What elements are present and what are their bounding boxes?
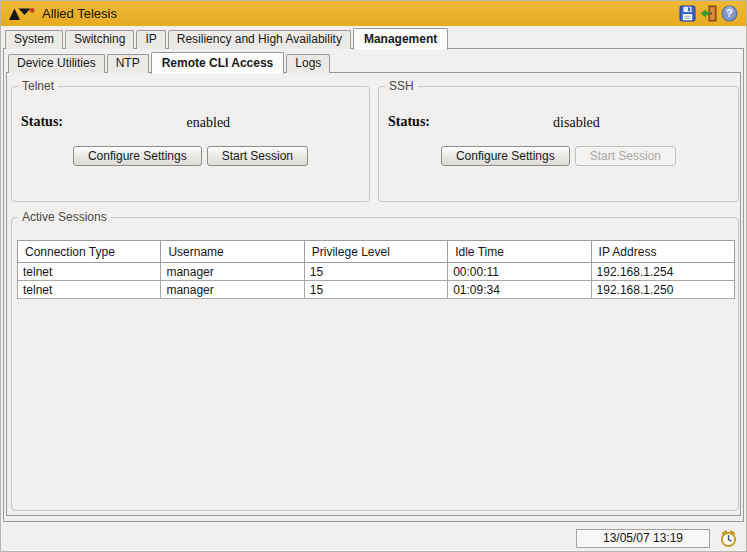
ssh-legend: SSH (385, 79, 418, 93)
main-tab-bar: System Switching IP Resiliency and High … (5, 27, 450, 49)
tab-resiliency-high-availability[interactable]: Resiliency and High Availability (168, 30, 351, 49)
ssh-group: SSH Status: disabled Configure Settings … (378, 79, 739, 202)
cell-username: manager (161, 281, 304, 299)
telnet-configure-settings-button[interactable]: Configure Settings (73, 146, 202, 166)
active-sessions-table: Connection Type Username Privilege Level… (17, 240, 735, 299)
title-bar: Allied Telesis (1, 1, 746, 26)
status-bar: 13/05/07 13:19 (1, 526, 746, 551)
col-idle-time: Idle Time (448, 241, 591, 263)
allied-telesis-logo-icon (9, 7, 35, 21)
col-ip-address: IP Address (591, 241, 734, 263)
tab-ip[interactable]: IP (136, 30, 165, 49)
cell-ip-address: 192.168.1.254 (591, 263, 734, 281)
help-icon[interactable]: ? (721, 5, 738, 22)
col-connection-type: Connection Type (18, 241, 161, 263)
cell-connection-type: telnet (18, 263, 161, 281)
tab-system[interactable]: System (5, 30, 63, 49)
tab-logs[interactable]: Logs (286, 54, 330, 73)
cell-idle-time: 00:00:11 (448, 263, 591, 281)
col-username: Username (161, 241, 304, 263)
telnet-legend: Telnet (18, 79, 58, 93)
telnet-group: Telnet Status: enabled Configure Setting… (11, 79, 370, 202)
table-header-row: Connection Type Username Privilege Level… (18, 241, 735, 263)
application-window: Allied Telesis (0, 0, 747, 552)
active-sessions-legend: Active Sessions (18, 210, 111, 224)
active-sessions-group: Active Sessions Connection Type Username… (11, 210, 739, 511)
logout-icon[interactable] (700, 5, 717, 22)
management-panel: Device Utilities NTP Remote CLI Access L… (3, 48, 744, 522)
datetime-display: 13/05/07 13:19 (576, 529, 710, 548)
cell-idle-time: 01:09:34 (448, 281, 591, 299)
cell-connection-type: telnet (18, 281, 161, 299)
cell-ip-address: 192.168.1.250 (591, 281, 734, 299)
ssh-configure-settings-button[interactable]: Configure Settings (441, 146, 570, 166)
cell-username: manager (161, 263, 304, 281)
ssh-status-value: disabled (415, 115, 738, 131)
svg-text:?: ? (726, 7, 733, 19)
remote-cli-access-panel: Telnet Status: enabled Configure Setting… (6, 72, 741, 516)
tab-management[interactable]: Management (353, 28, 448, 50)
table-row[interactable]: telnet manager 15 00:00:11 192.168.1.254 (18, 263, 735, 281)
tab-device-utilities[interactable]: Device Utilities (8, 54, 105, 73)
tab-remote-cli-access[interactable]: Remote CLI Access (151, 52, 285, 74)
app-title: Allied Telesis (42, 6, 117, 21)
clock-icon (719, 529, 738, 548)
sub-tab-bar: Device Utilities NTP Remote CLI Access L… (8, 52, 332, 73)
table-row[interactable]: telnet manager 15 01:09:34 192.168.1.250 (18, 281, 735, 299)
col-privilege-level: Privilege Level (304, 241, 447, 263)
save-icon[interactable] (679, 5, 696, 22)
tab-ntp[interactable]: NTP (107, 54, 149, 73)
telnet-status-value: enabled (48, 115, 369, 131)
cell-privilege-level: 15 (304, 263, 447, 281)
telnet-start-session-button[interactable]: Start Session (207, 146, 308, 166)
cell-privilege-level: 15 (304, 281, 447, 299)
ssh-start-session-button: Start Session (575, 146, 676, 166)
tab-switching[interactable]: Switching (65, 30, 134, 49)
